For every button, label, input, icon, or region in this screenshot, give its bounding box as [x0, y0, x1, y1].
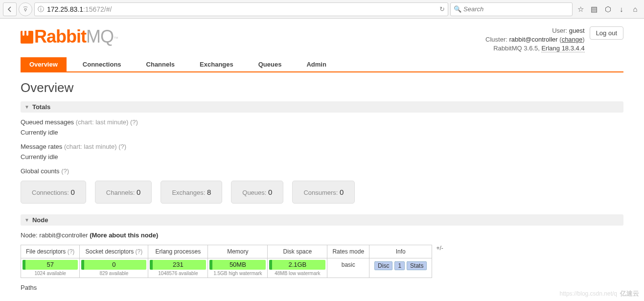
count-queues[interactable]: Queues: 0 [231, 181, 283, 204]
th-fd: File descriptors (?) [21, 245, 80, 258]
bookmark-star-icon[interactable]: ☆ [575, 3, 586, 15]
logo: RabbitMQ™ [21, 26, 485, 47]
downloads-icon[interactable]: ↓ [616, 3, 627, 15]
table-header-row: File descriptors (?) Socket descriptors … [21, 245, 432, 258]
tab-connections[interactable]: Connections [74, 57, 130, 71]
main-tabs: Overview Connections Channels Exchanges … [21, 57, 623, 72]
cell-info: Disc 1 Stats [369, 258, 432, 278]
plusminus-toggle[interactable]: +/- [432, 245, 443, 252]
user-info: User: guest Cluster: rabbit@controller (… [485, 26, 585, 53]
browser-toolbar: ⓘ 172.25.83.1:15672/#/ ↻ 🔍 ☆ ▤ ⬡ ↓ ⌂ [0, 0, 644, 19]
th-mem: Memory [208, 245, 268, 258]
version-text: RabbitMQ 3.6.5, [493, 45, 540, 52]
th-rates: Rates mode [327, 245, 369, 258]
th-info: Info [369, 245, 432, 258]
shield-icon[interactable]: ⬡ [602, 3, 614, 15]
more-about-node-link[interactable]: (More about this node) [90, 232, 158, 239]
help-icon[interactable]: (?) [118, 143, 126, 150]
cluster-value: rabbit@controller [509, 36, 557, 43]
th-sd: Socket descriptors (?) [80, 245, 148, 258]
back-button[interactable] [3, 2, 17, 16]
chart-hint: (chart: last minute) [76, 118, 129, 126]
paths-label: Paths [21, 284, 623, 291]
count-exchanges[interactable]: Exchanges: 8 [161, 181, 222, 204]
search-input[interactable] [463, 5, 569, 13]
url-text: 172.25.83.1:15672/#/ [47, 5, 437, 13]
tab-exchanges[interactable]: Exchanges [191, 57, 242, 71]
chart-hint2: (chart: last minute) [64, 143, 117, 150]
tab-queues[interactable]: Queues [250, 57, 291, 71]
help-icon[interactable]: (?) [130, 118, 138, 126]
url-host: 172.25.83.1 [47, 5, 83, 13]
page-title: Overview [21, 80, 623, 95]
reload-icon[interactable]: ↻ [439, 5, 445, 13]
watermark-brand: 亿速云 [620, 289, 639, 298]
count-channels[interactable]: Channels: 0 [95, 181, 152, 204]
page-content: RabbitMQ™ User: guest Cluster: rabbit@co… [0, 19, 644, 301]
node-table: File descriptors (?) Socket descriptors … [21, 245, 432, 278]
logo-mq: MQ [86, 26, 114, 46]
node-label: Node: [21, 232, 38, 239]
section-node-title: Node [32, 216, 48, 224]
tab-admin[interactable]: Admin [298, 57, 335, 71]
info-icon[interactable]: ⓘ [38, 5, 44, 14]
search-icon: 🔍 [454, 5, 461, 13]
badge-stats[interactable]: Stats [407, 261, 427, 270]
global-label: Global counts [21, 167, 60, 175]
security-button[interactable] [19, 2, 32, 16]
count-consumers[interactable]: Consumers: 0 [292, 181, 355, 204]
tab-channels[interactable]: Channels [138, 57, 184, 71]
watermark-url: https://blog.csdn.net/q [560, 290, 617, 297]
url-bar[interactable]: ⓘ 172.25.83.1:15672/#/ ↻ [34, 2, 448, 16]
table-row: 57 1024 available 0 829 available 231 10… [21, 258, 432, 278]
badge-1[interactable]: 1 [394, 261, 405, 270]
th-disk: Disk space [268, 245, 327, 258]
queued-messages-row: Queued messages (chart: last minute) (?) [21, 118, 623, 126]
chevron-down-icon: ▼ [24, 217, 29, 223]
logout-button[interactable]: Log out [590, 26, 623, 40]
logo-rabbit: Rabbit [34, 26, 86, 46]
watermark: https://blog.csdn.net/q 亿速云 [560, 289, 639, 298]
help-icon[interactable]: (?) [61, 167, 69, 175]
browser-search[interactable]: 🔍 [450, 2, 573, 16]
logo-icon [21, 31, 33, 44]
badge-disc[interactable]: Disc [374, 261, 392, 270]
url-path: :15672/#/ [83, 5, 112, 13]
count-connections[interactable]: Connections: 0 [21, 181, 86, 204]
cell-disk: 2.1GB 48MB low watermark [268, 258, 327, 278]
chevron-down-icon: ▼ [24, 104, 29, 110]
queued-idle: Currently idle [21, 129, 623, 136]
section-totals-title: Totals [32, 103, 50, 111]
section-totals-header[interactable]: ▼ Totals [21, 101, 623, 113]
rates-idle: Currently idle [21, 153, 623, 161]
th-ep: Erlang processes [148, 245, 208, 258]
page-header: RabbitMQ™ User: guest Cluster: rabbit@co… [21, 23, 623, 57]
tab-overview[interactable]: Overview [21, 57, 67, 71]
erlang-link[interactable]: Erlang 18.3.4.4 [541, 45, 584, 52]
cell-rates: basic [327, 258, 369, 278]
section-node-header[interactable]: ▼ Node [21, 214, 623, 226]
global-counts: Connections: 0 Channels: 0 Exchanges: 8 … [21, 181, 623, 204]
node-value: rabbit@controller [39, 232, 88, 239]
message-rates-row: Message rates (chart: last minute) (?) [21, 143, 623, 150]
change-link[interactable]: change [562, 36, 583, 43]
pocket-icon[interactable]: ▤ [588, 3, 600, 15]
cluster-label: Cluster: [485, 36, 507, 43]
user-label: User: [552, 27, 567, 34]
global-counts-row: Global counts (?) [21, 167, 623, 175]
home-icon[interactable]: ⌂ [629, 3, 641, 15]
queued-label: Queued messages [21, 118, 74, 126]
user-value: guest [569, 27, 585, 34]
node-line: Node: rabbit@controller (More about this… [21, 232, 623, 239]
cell-mem: 50MB 1.5GB high watermark [208, 258, 268, 278]
rates-label: Message rates [21, 143, 62, 150]
cell-sd: 0 829 available [80, 258, 148, 278]
back-icon [6, 6, 13, 13]
cell-ep: 231 1048576 available [148, 258, 208, 278]
lock-slash-icon [22, 6, 29, 13]
cell-fd: 57 1024 available [21, 258, 80, 278]
